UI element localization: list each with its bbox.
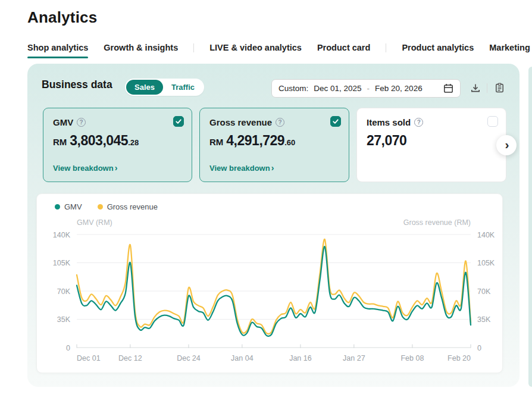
y-axis-tick-left: 140K — [53, 231, 71, 239]
y-axis-tick-right: 0 — [477, 344, 481, 352]
panel-heading: Business data — [42, 79, 112, 91]
items-sold-checkbox[interactable] — [487, 116, 498, 127]
metric-value: RM3,803,045.28 — [53, 133, 182, 149]
metric-title: GMV — [53, 117, 73, 127]
x-axis-label: Dec 01 — [77, 354, 101, 362]
y-axis-tick-right: 35K — [477, 315, 491, 324]
tab-growth-insights[interactable]: Growth & insights — [104, 42, 178, 57]
download-icon — [470, 83, 481, 93]
line-chart-plot[interactable]: 0035K35K70K70K105K105K140K140KGMV (RM)Gr… — [37, 194, 503, 374]
x-axis-label: Jan 04 — [231, 354, 254, 362]
y-axis-tick-left: 70K — [57, 287, 71, 296]
x-axis-label: Dec 24 — [177, 354, 201, 362]
chart-card: GMV Gross revenue 0035K35K70K70K105K105K… — [36, 193, 503, 373]
tab-marketing-analytics[interactable]: Marketing analytics — [489, 42, 532, 57]
adjacent-panel-edge — [528, 67, 532, 387]
x-axis-label: Feb 08 — [400, 354, 424, 362]
metric-value: RM4,291,729.60 — [209, 133, 339, 149]
metric-card-gmv[interactable]: GMV ? RM3,803,045.28 View breakdown› — [43, 108, 192, 182]
gross-revenue-checkbox[interactable] — [330, 116, 341, 127]
help-icon[interactable]: ? — [276, 118, 284, 127]
page-title: Analytics — [27, 8, 97, 27]
y-axis-tick-left: 105K — [53, 259, 71, 267]
tab-live-video-analytics[interactable]: LIVE & video analytics — [209, 42, 302, 57]
date-range-start: Dec 01, 2025 — [314, 84, 361, 93]
gmv-checkbox[interactable] — [173, 116, 184, 127]
y-axis-title-left: GMV (RM) — [77, 218, 112, 227]
business-data-panel: Business data Sales Traffic Custom: Dec … — [27, 64, 520, 387]
metric-title: Gross revenue — [209, 117, 272, 127]
y-axis-tick-left: 35K — [57, 315, 71, 324]
chevron-right-icon: › — [271, 163, 274, 173]
series-line-gmv — [77, 246, 471, 336]
y-axis-title-right: Gross revenue (RM) — [403, 218, 471, 227]
metric-card-items-sold[interactable]: Items sold ? 27,070 — [356, 108, 506, 182]
toggle-sales[interactable]: Sales — [126, 80, 163, 95]
x-axis-label: Dec 12 — [118, 354, 142, 362]
date-range-end: Feb 20, 2026 — [375, 84, 423, 93]
y-axis-tick-right: 70K — [477, 287, 491, 296]
tab-bar: Shop analytics Growth & insights LIVE & … — [27, 40, 532, 58]
help-icon[interactable]: ? — [414, 118, 423, 127]
chevron-right-icon: › — [505, 138, 509, 151]
copy-report-button[interactable] — [493, 82, 506, 95]
tab-product-analytics[interactable]: Product analytics — [402, 42, 474, 57]
download-button[interactable] — [469, 82, 482, 95]
chevron-right-icon: › — [115, 163, 118, 173]
date-range-label: Custom: — [278, 84, 308, 93]
metric-card-gross-revenue[interactable]: Gross revenue ? RM4,291,729.60 View brea… — [199, 108, 349, 182]
report-copy-icon — [495, 83, 505, 93]
x-axis-label: Jan 16 — [289, 354, 312, 362]
calendar-icon — [443, 83, 453, 93]
metric-value: 27,070 — [367, 133, 496, 149]
toggle-traffic[interactable]: Traffic — [163, 80, 203, 95]
x-axis-label: Feb 20 — [447, 354, 471, 362]
tab-divider — [386, 43, 386, 52]
date-range-separator: - — [367, 84, 370, 93]
y-axis-tick-right: 140K — [477, 231, 495, 239]
tab-product-card[interactable]: Product card — [317, 42, 370, 57]
metrics-carousel-next-button[interactable]: › — [496, 135, 517, 155]
date-range-picker[interactable]: Custom: Dec 01, 2025 - Feb 20, 2026 — [271, 79, 461, 98]
y-axis-tick-right: 105K — [477, 259, 495, 267]
tab-shop-analytics[interactable]: Shop analytics — [27, 42, 88, 57]
metric-title: Items sold — [367, 117, 411, 127]
tab-divider — [193, 43, 194, 52]
x-axis-label: Jan 27 — [343, 354, 365, 362]
y-axis-tick-left: 0 — [66, 344, 70, 352]
help-icon[interactable]: ? — [77, 118, 86, 127]
sales-traffic-toggle: Sales Traffic — [125, 79, 204, 96]
view-breakdown-link[interactable]: View breakdown› — [53, 163, 117, 173]
header-icon-divider — [487, 83, 487, 93]
analytics-page: Analytics Shop analytics Growth & insigh… — [0, 0, 532, 394]
view-breakdown-link[interactable]: View breakdown› — [209, 163, 274, 173]
